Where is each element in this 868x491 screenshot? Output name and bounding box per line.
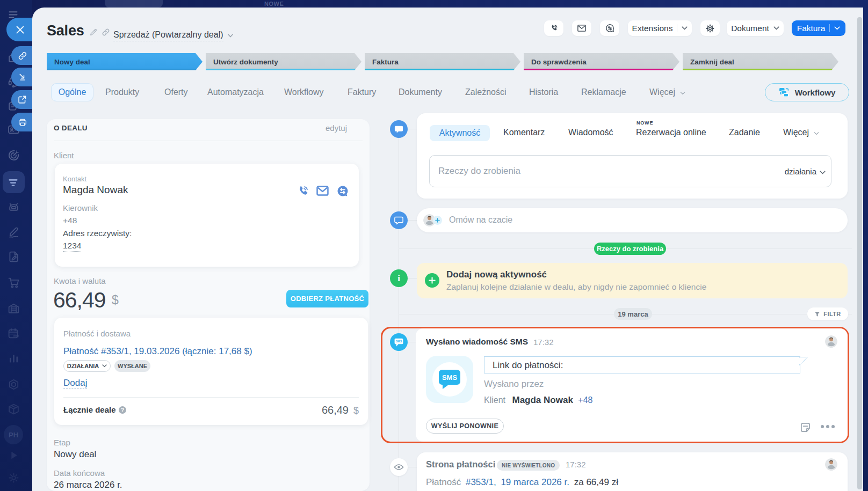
ellipsis-menu-icon[interactable] (821, 425, 835, 428)
document-edit-icon[interactable] (7, 250, 20, 263)
settings-button[interactable] (700, 20, 720, 36)
sms-card-title: Wysłano wiadomość SMS (426, 337, 528, 347)
tab-faktury[interactable]: Faktury (348, 87, 376, 97)
deal-category-selector[interactable]: Sprzedaż (Powtarzalny deal) (113, 30, 233, 41)
stage-nowy-deal[interactable]: Nowy deal (47, 53, 202, 70)
contact-chat-icon[interactable] (336, 185, 349, 197)
address-value[interactable]: 1234 (63, 241, 81, 252)
payment-number-link[interactable]: #353/1, (466, 477, 496, 487)
stage-do-sprawdzenia[interactable]: Do sprawdzenia (524, 53, 679, 70)
sidebar-user-avatar[interactable]: PH (4, 425, 23, 444)
filter-button[interactable]: FILTR (807, 307, 848, 320)
chat-sync-button[interactable] (600, 20, 619, 36)
cube-icon[interactable] (7, 402, 20, 416)
play-icon[interactable] (7, 449, 20, 462)
robot-icon[interactable] (7, 200, 20, 214)
tab-wiecej[interactable]: Więcej (649, 87, 685, 97)
payment-section-label: Płatność i dostawa (63, 329, 131, 338)
dokument-button[interactable]: Dokument (727, 20, 784, 36)
composer-tab-aktywnosc[interactable]: Aktywność (430, 125, 490, 141)
composer-tab-rezerwacja[interactable]: Rezerwacja online (636, 128, 706, 137)
contact-name[interactable]: Magda Nowak (63, 184, 128, 196)
actions-dropdown-label[interactable]: działania (785, 167, 816, 176)
avatar[interactable] (825, 335, 837, 348)
stage-zamknij-deal[interactable]: Zamknij deal (683, 53, 838, 70)
tab-automatyzacja[interactable]: Automatyzacja (207, 87, 264, 97)
stage-utworz-dokumenty[interactable]: Utwórz dokumenty (206, 53, 361, 70)
target-icon[interactable] (7, 149, 20, 162)
manager-value[interactable]: +48 (63, 216, 77, 225)
cart-icon[interactable] (7, 276, 20, 289)
backdrop-nowe-hint: NOWE (264, 1, 284, 7)
sms-client-phone[interactable]: +48 (578, 395, 592, 405)
warehouse-icon[interactable] (7, 302, 20, 315)
panel-scrollbar[interactable] (857, 17, 862, 489)
tab-zaleznosci[interactable]: Zależności (465, 87, 506, 97)
page-title: Sales (47, 23, 84, 39)
crm-funnel-icon[interactable] (6, 175, 20, 189)
close-slider-button[interactable] (6, 18, 33, 41)
avatar[interactable] (825, 458, 837, 471)
stage-color-strip (365, 69, 520, 70)
chat-discuss-bar[interactable]: Omów na czacie (417, 208, 848, 232)
tab-oferty[interactable]: Oferty (164, 87, 188, 97)
tab-historia[interactable]: Historia (529, 87, 558, 97)
collect-payment-button[interactable]: ODBIERZ PŁATNOŚĆ (286, 290, 368, 307)
stage-label: Do sprawdzenia (531, 58, 587, 66)
help-question-icon[interactable]: ? (119, 406, 126, 414)
composer-tab-komentarz[interactable]: Komentarz (503, 128, 545, 137)
bar-chart-icon[interactable] (7, 351, 20, 364)
tab-dokumenty[interactable]: Dokumenty (399, 87, 442, 97)
dokument-label: Dokument (731, 24, 769, 33)
extensions-button[interactable]: Extensions (628, 20, 692, 36)
tab-reklamacje[interactable]: Reklamacje (581, 87, 626, 97)
sms-app-icon: SMS (426, 356, 473, 403)
address-label: Adres rzeczywisty: (63, 229, 132, 238)
tab-workflowy[interactable]: Workflowy (284, 87, 324, 97)
timeline-eye-icon (390, 458, 408, 476)
minimize-slider-button[interactable] (11, 68, 33, 86)
banner-subtitle: Zaplanuj kolejne działanie w dealu, aby … (446, 282, 706, 292)
calendar-icon[interactable] (7, 327, 20, 340)
chat-sync-icon (605, 23, 615, 33)
tab-ogolne[interactable]: Ogólne (51, 83, 93, 101)
contact-call-icon[interactable] (296, 185, 309, 197)
sms-client-name[interactable]: Magda Nowak (512, 395, 573, 405)
resend-sms-button[interactable]: WYŚLIJ PONOWNIE (426, 419, 504, 434)
settings-icon[interactable] (7, 471, 20, 485)
note-icon[interactable] (800, 422, 811, 433)
payment-date-link[interactable]: 19 marca 2026 r. (501, 477, 569, 487)
chevron-down-icon (680, 92, 685, 95)
open-new-window-button[interactable] (11, 90, 33, 109)
call-button[interactable] (544, 20, 563, 36)
plus-icon (425, 273, 439, 288)
sign-pen-icon[interactable] (7, 225, 20, 239)
link-icon[interactable] (102, 28, 110, 36)
edit-deal-link[interactable]: edytuj (326, 123, 347, 133)
todo-pill[interactable]: Rzeczy do zrobienia (594, 243, 666, 255)
print-button[interactable] (11, 113, 33, 131)
sms-card-time: 17:32 (533, 338, 554, 347)
email-button[interactable] (572, 20, 591, 36)
add-participant-icon[interactable] (433, 216, 442, 225)
print-icon (18, 118, 27, 127)
stage-color-strip (524, 69, 679, 70)
hexagon-icon[interactable] (7, 378, 20, 391)
payment-actions-dropdown[interactable]: DZIAŁANIA (63, 360, 111, 372)
payment-link[interactable]: Płatność #353/1, 19.03.2026 (łącznie: 17… (63, 346, 252, 357)
chevron-down-icon (102, 364, 107, 368)
tab-produkty[interactable]: Produkty (105, 87, 139, 97)
contact-mail-icon[interactable] (316, 186, 329, 196)
stage-faktura[interactable]: Faktura (365, 53, 520, 70)
edit-pencil-icon[interactable] (89, 28, 98, 36)
faktura-button[interactable]: Faktura (792, 20, 845, 36)
workflows-button[interactable]: Workflowy (765, 83, 849, 101)
add-payment-link[interactable]: Dodaj (63, 378, 87, 389)
timeline-connector (408, 467, 417, 467)
composer-tab-zadanie[interactable]: Zadanie (729, 128, 760, 137)
composer-tab-wiecej[interactable]: Więcej (783, 128, 819, 137)
composer-tab-wiadomosc[interactable]: Wiadomość (568, 128, 613, 137)
copy-link-button[interactable] (11, 46, 33, 65)
add-activity-banner[interactable]: Dodaj nową aktywność Zaplanuj kolejne dz… (417, 263, 848, 298)
todo-input[interactable]: Rzeczy do zrobienia działania (429, 155, 831, 187)
